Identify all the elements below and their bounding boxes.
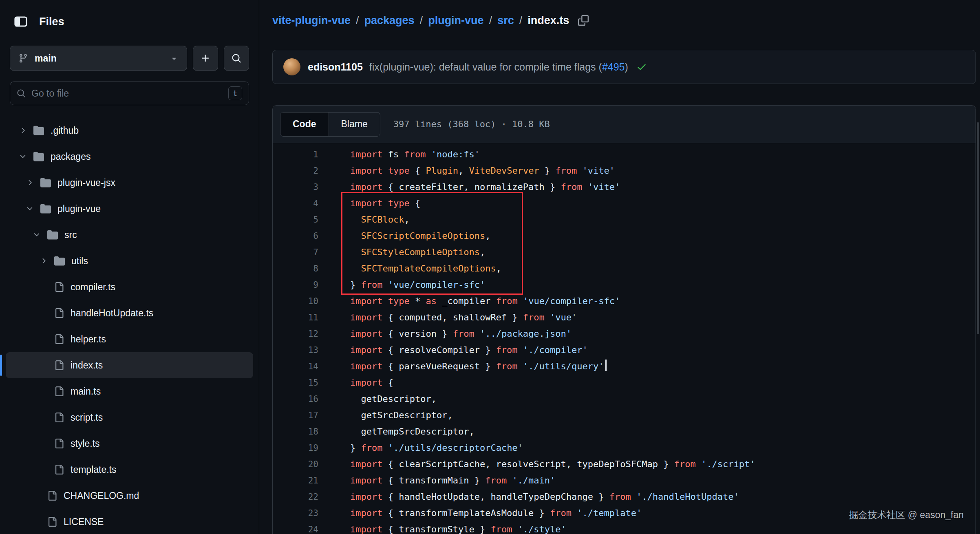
tree-item-packages[interactable]: packages [6, 143, 253, 170]
line-content[interactable]: getSrcDescriptor, [318, 407, 453, 424]
line-content[interactable]: } from './utils/descriptorCache' [318, 440, 523, 456]
chevron-down-icon[interactable] [26, 205, 35, 213]
line-number[interactable]: 15 [273, 375, 318, 391]
line-number[interactable]: 1 [273, 146, 318, 163]
line-number[interactable]: 7 [273, 244, 318, 260]
commit-message[interactable]: fix(plugin-vue): default value for compi… [369, 61, 602, 73]
avatar[interactable] [283, 58, 300, 75]
breadcrumb-link-packages[interactable]: packages [364, 14, 415, 27]
line-number[interactable]: 23 [273, 505, 318, 521]
line-number[interactable]: 8 [273, 260, 318, 277]
chevron-right-icon[interactable] [19, 126, 28, 135]
tree-item-plugin-vue-jsx[interactable]: plugin-vue-jsx [6, 170, 253, 196]
line-number[interactable]: 5 [273, 212, 318, 228]
go-to-file-input[interactable]: Go to file t [10, 82, 249, 105]
line-number[interactable]: 24 [273, 521, 318, 534]
code-line: 5 SFCBlock, [273, 212, 976, 228]
line-number[interactable]: 16 [273, 391, 318, 407]
line-number[interactable]: 3 [273, 179, 318, 195]
line-content[interactable]: import fs from 'node:fs' [318, 146, 480, 163]
line-content[interactable]: import { transformMain } from './main' [318, 472, 555, 489]
tree-item-helper.ts[interactable]: helper.ts [6, 326, 253, 352]
tree-item-handleHotUpdate.ts[interactable]: handleHotUpdate.ts [6, 300, 253, 326]
line-content[interactable]: import { transformStyle } from './style' [318, 521, 566, 534]
tree-item-style.ts[interactable]: style.ts [6, 430, 253, 457]
line-number[interactable]: 14 [273, 358, 318, 375]
line-number[interactable]: 22 [273, 489, 318, 505]
line-number[interactable]: 18 [273, 424, 318, 440]
tree-item-template.ts[interactable]: template.ts [6, 457, 253, 483]
file-content-panel: CodeBlame 397 lines (368 loc) · 10.8 KB … [272, 105, 976, 534]
line-content[interactable]: import { transformTemplateAsModule } fro… [318, 505, 642, 521]
breadcrumb-link-src[interactable]: src [497, 14, 514, 27]
branch-selector[interactable]: main [10, 46, 187, 71]
collapse-sidebar-button[interactable] [10, 11, 32, 33]
line-content[interactable]: import { handleHotUpdate, handleTypeDepC… [318, 489, 739, 505]
tree-item-LICENSE[interactable]: LICENSE [6, 509, 253, 534]
copy-path-button[interactable] [578, 15, 589, 26]
vertical-scrollbar[interactable] [977, 122, 979, 334]
code-line: 6 SFCScriptCompileOptions, [273, 228, 976, 244]
line-content[interactable]: SFCStyleCompileOptions, [318, 244, 485, 260]
line-content[interactable]: } from 'vue/compiler-sfc' [318, 277, 485, 293]
line-content[interactable]: SFCBlock, [318, 212, 410, 228]
search-button[interactable] [224, 46, 249, 71]
tree-item-CHANGELOG.md[interactable]: CHANGELOG.md [6, 483, 253, 509]
tree-item-.github[interactable]: .github [6, 117, 253, 143]
chevron-down-icon[interactable] [19, 152, 28, 161]
line-number[interactable]: 4 [273, 195, 318, 212]
line-number[interactable]: 9 [273, 277, 318, 293]
chevron-right-icon[interactable] [40, 257, 49, 265]
line-content[interactable]: import { createFilter, normalizePath } f… [318, 179, 620, 195]
tab-blame[interactable]: Blame [329, 113, 380, 136]
line-content[interactable]: import { resolveCompiler } from './compi… [318, 342, 588, 358]
github-code-view: Files main [0, 0, 980, 534]
line-content[interactable]: getTempSrcDescriptor, [318, 424, 475, 440]
line-content[interactable]: import type * as _compiler from 'vue/com… [318, 293, 620, 309]
line-number[interactable]: 13 [273, 342, 318, 358]
tree-item-src[interactable]: src [6, 222, 253, 248]
tree-item-compiler.ts[interactable]: compiler.ts [6, 274, 253, 300]
add-file-button[interactable] [193, 46, 218, 71]
line-content[interactable]: import { version } from '../package.json… [318, 326, 572, 342]
commit-author[interactable]: edison1105 [308, 61, 363, 73]
commit-issue-link[interactable]: #495 [602, 61, 625, 73]
breadcrumb-link-plugin-vue[interactable]: plugin-vue [428, 14, 484, 27]
line-content[interactable]: import { parseVueRequest } from './utils… [318, 358, 607, 375]
line-content[interactable]: import { clearScriptCache, resolveScript… [318, 456, 755, 472]
line-number[interactable]: 21 [273, 472, 318, 489]
check-icon[interactable] [636, 62, 647, 72]
line-number[interactable]: 2 [273, 163, 318, 179]
tree-item-main.ts[interactable]: main.ts [6, 378, 253, 404]
line-content[interactable]: import type { [318, 195, 420, 212]
line-number[interactable]: 6 [273, 228, 318, 244]
text-cursor [605, 360, 607, 371]
line-number[interactable]: 10 [273, 293, 318, 309]
folder-icon [33, 125, 44, 136]
line-number[interactable]: 20 [273, 456, 318, 472]
tree-item-label: plugin-vue-jsx [57, 177, 115, 188]
line-number[interactable]: 17 [273, 407, 318, 424]
code-line: 18 getTempSrcDescriptor, [273, 424, 976, 440]
tab-code[interactable]: Code [280, 113, 329, 136]
tree-item-plugin-vue[interactable]: plugin-vue [6, 196, 253, 222]
breadcrumb-repo-link[interactable]: vite-plugin-vue [272, 14, 351, 27]
file-icon [54, 465, 64, 474]
folder-icon [54, 256, 65, 266]
chevron-down-icon[interactable] [33, 231, 42, 239]
line-content[interactable]: SFCScriptCompileOptions, [318, 228, 490, 244]
line-content[interactable]: import type { Plugin, ViteDevServer } fr… [318, 163, 615, 179]
tree-item-index.ts[interactable]: index.ts [6, 352, 253, 378]
line-number[interactable]: 19 [273, 440, 318, 456]
line-content[interactable]: getDescriptor, [318, 391, 437, 407]
folder-icon [47, 229, 58, 240]
tree-item-script.ts[interactable]: script.ts [6, 404, 253, 430]
line-content[interactable]: SFCTemplateCompileOptions, [318, 260, 501, 277]
line-number[interactable]: 12 [273, 326, 318, 342]
line-number[interactable]: 11 [273, 309, 318, 326]
line-content[interactable]: import { [318, 375, 393, 391]
chevron-right-icon[interactable] [26, 179, 35, 187]
line-content[interactable]: import { computed, shallowRef } from 'vu… [318, 309, 577, 326]
tree-item-utils[interactable]: utils [6, 248, 253, 274]
latest-commit-bar[interactable]: edison1105 fix(plugin-vue): default valu… [272, 50, 976, 84]
